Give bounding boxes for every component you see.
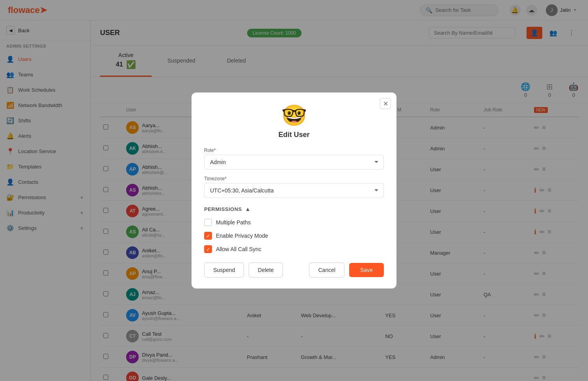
permissions-list: Multiple Paths ✓ Enable Privacy Mode ✓ A…: [204, 218, 384, 253]
modal-overlay[interactable]: ✕ 🤓 Edit User Role* Admin User Manager T…: [0, 0, 588, 381]
permissions-header: PERMISSIONS ▲: [204, 206, 384, 212]
permissions-section: PERMISSIONS ▲ Multiple Paths ✓ Enable Pr…: [204, 206, 384, 253]
role-label: Role*: [204, 148, 384, 153]
multiple-paths-checkbox[interactable]: [204, 218, 212, 226]
edit-user-modal: ✕ 🤓 Edit User Role* Admin User Manager T…: [192, 92, 396, 289]
chevron-up-icon: ▲: [245, 206, 251, 212]
timezone-field-group: Timezone* UTC+05:30, Asia/Calcutta UTC+0…: [204, 176, 384, 198]
permission-item-enable-privacy-mode: ✓ Enable Privacy Mode: [204, 232, 384, 240]
suspend-button[interactable]: Suspend: [204, 263, 244, 277]
save-button[interactable]: Save: [349, 263, 384, 277]
delete-button[interactable]: Delete: [249, 263, 283, 277]
allow-all-call-sync-checkbox[interactable]: ✓: [204, 245, 212, 253]
enable-privacy-mode-label: Enable Privacy Mode: [216, 233, 268, 239]
modal-actions: Suspend Delete Cancel Save: [204, 263, 384, 277]
permission-item-allow-all-call-sync: ✓ Allow All Call Sync: [204, 245, 384, 253]
timezone-label: Timezone*: [204, 176, 384, 181]
modal-close-button[interactable]: ✕: [380, 98, 391, 109]
role-field-group: Role* Admin User Manager: [204, 148, 384, 170]
timezone-select[interactable]: UTC+05:30, Asia/Calcutta UTC+00:00, UTC: [204, 183, 384, 198]
cancel-button[interactable]: Cancel: [309, 263, 344, 277]
modal-emoji: 🤓: [204, 104, 384, 128]
modal-title: Edit User: [204, 131, 384, 139]
allow-all-call-sync-label: Allow All Call Sync: [216, 246, 261, 252]
role-select[interactable]: Admin User Manager: [204, 155, 384, 170]
permission-item-multiple-paths: Multiple Paths: [204, 218, 384, 226]
multiple-paths-label: Multiple Paths: [216, 219, 251, 226]
enable-privacy-mode-checkbox[interactable]: ✓: [204, 232, 212, 240]
